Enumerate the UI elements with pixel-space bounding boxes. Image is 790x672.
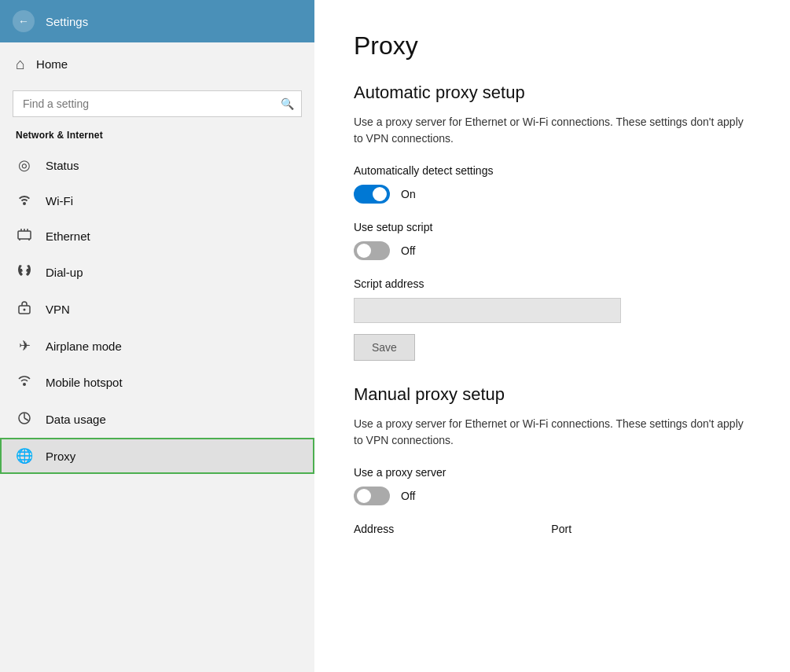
use-proxy-label: Use a proxy server (354, 466, 751, 479)
use-proxy-row: Off (354, 487, 751, 505)
home-icon: ⌂ (16, 55, 25, 73)
address-label: Address (354, 523, 394, 535)
ethernet-label: Ethernet (46, 230, 90, 243)
back-button[interactable]: ← (13, 10, 35, 32)
svg-point-8 (23, 383, 26, 386)
auto-detect-toggle[interactable] (354, 185, 390, 204)
page-title: Proxy (354, 31, 751, 61)
use-proxy-state: Off (401, 490, 415, 502)
manual-description: Use a proxy server for Ethernet or Wi-Fi… (354, 416, 751, 449)
manual-section-title: Manual proxy setup (354, 384, 751, 405)
sidebar-item-status[interactable]: ◎ Status (0, 147, 314, 183)
sidebar-item-datausage[interactable]: Data usage (0, 401, 314, 438)
setup-script-knob (357, 244, 371, 258)
auto-detect-row: On (354, 185, 751, 204)
save-button[interactable]: Save (354, 334, 415, 361)
ethernet-icon (16, 228, 33, 244)
sidebar-item-dialup[interactable]: Dial-up (0, 254, 314, 291)
back-icon: ← (18, 15, 29, 28)
wifi-icon (16, 193, 33, 209)
search-box: 🔍 (13, 90, 302, 117)
auto-detect-knob (373, 187, 387, 201)
setup-script-state: Off (401, 244, 415, 257)
setup-script-label: Use setup script (354, 221, 751, 233)
port-label: Port (551, 523, 571, 535)
proxy-label: Proxy (46, 450, 75, 463)
auto-description: Use a proxy server for Ethernet or Wi-Fi… (354, 114, 751, 147)
airplane-label: Airplane mode (46, 340, 122, 353)
use-proxy-knob (357, 489, 371, 503)
status-icon: ◎ (16, 156, 33, 174)
datausage-icon (16, 410, 33, 428)
setup-script-toggle[interactable] (354, 241, 390, 260)
search-icon: 🔍 (281, 97, 294, 110)
home-label: Home (36, 57, 68, 71)
hotspot-label: Mobile hotspot (46, 376, 123, 389)
sidebar-item-airplane[interactable]: ✈ Airplane mode (0, 328, 314, 364)
dialup-label: Dial-up (46, 266, 83, 279)
status-label: Status (46, 159, 79, 172)
svg-rect-0 (18, 231, 31, 239)
use-proxy-toggle[interactable] (354, 487, 390, 505)
airplane-icon: ✈ (16, 337, 33, 354)
sidebar-item-ethernet[interactable]: Ethernet (0, 218, 314, 254)
search-input[interactable] (13, 90, 302, 117)
vpn-label: VPN (46, 303, 70, 316)
address-port-row: Address Port (354, 523, 751, 535)
sidebar: ← Settings ⌂ Home 🔍 Network & Internet ◎… (0, 0, 314, 672)
script-address-label: Script address (354, 277, 751, 290)
auto-detect-label: Automatically detect settings (354, 164, 751, 177)
network-section-label: Network & Internet (0, 127, 314, 147)
vpn-icon (16, 300, 33, 318)
sidebar-item-vpn[interactable]: VPN (0, 291, 314, 328)
script-address-input[interactable] (354, 298, 621, 323)
auto-detect-state: On (401, 188, 416, 200)
wifi-label: Wi-Fi (46, 194, 73, 207)
sidebar-item-home[interactable]: ⌂ Home (0, 42, 314, 86)
dialup-icon (16, 263, 33, 281)
hotspot-icon (16, 373, 33, 391)
sidebar-item-hotspot[interactable]: Mobile hotspot (0, 364, 314, 401)
auto-section-title: Automatic proxy setup (354, 83, 751, 103)
sidebar-item-proxy[interactable]: 🌐 Proxy (0, 438, 314, 474)
setup-script-row: Off (354, 241, 751, 260)
sidebar-item-wifi[interactable]: Wi-Fi (0, 183, 314, 218)
sidebar-header: ← Settings (0, 0, 314, 42)
proxy-icon: 🌐 (16, 447, 33, 465)
main-content: Proxy Automatic proxy setup Use a proxy … (314, 0, 790, 672)
datausage-label: Data usage (46, 413, 106, 426)
svg-point-7 (24, 309, 26, 311)
sidebar-title: Settings (46, 15, 88, 28)
